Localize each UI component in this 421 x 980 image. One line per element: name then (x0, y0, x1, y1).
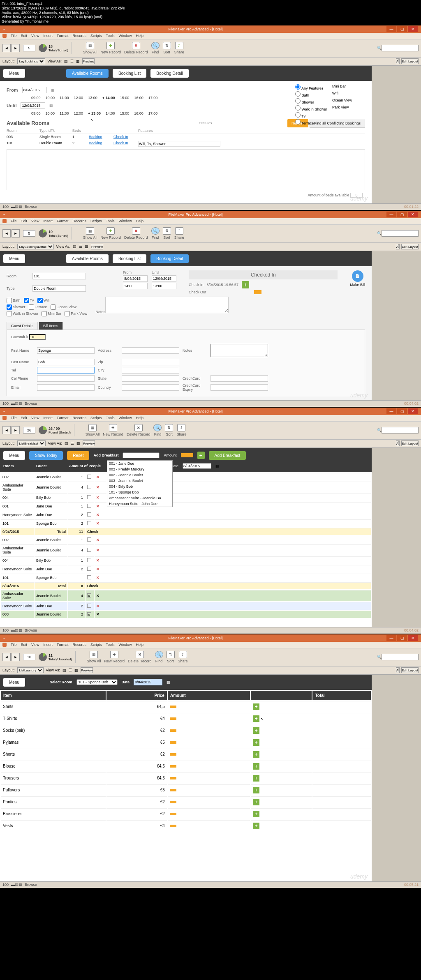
reset-button[interactable]: Reset (67, 451, 89, 460)
prev-record-button[interactable]: ◄ (2, 44, 11, 52)
booking-detail-tab[interactable]: Booking Detail (150, 69, 188, 78)
checkin-link[interactable]: Check In (113, 135, 138, 139)
watermark: udemy (350, 195, 368, 202)
guest-details-tab[interactable]: Guest Details (7, 322, 38, 330)
breakfast-input[interactable] (123, 452, 160, 458)
make-bill-button[interactable]: 📄Make Bill (350, 270, 365, 294)
minus-button[interactable] (170, 706, 176, 708)
booking-detail-tab-active[interactable]: Booking Detail (150, 254, 188, 263)
maximize-button[interactable]: ▢ (397, 26, 407, 32)
add-breakfast-button[interactable]: Add Breakfast (209, 451, 246, 460)
view-table-button[interactable]: ▦ (76, 59, 80, 63)
sort-button[interactable]: ⇅Sort (163, 42, 171, 54)
new-record-button[interactable]: ✚New Record (101, 42, 121, 54)
available-rooms-heading: Available Rooms (7, 120, 49, 126)
menu-records[interactable]: Records (72, 34, 86, 38)
next-record-button[interactable]: ► (12, 44, 20, 52)
until-date-input[interactable] (21, 102, 45, 109)
edit-layout-button[interactable]: Edit Layout (401, 58, 419, 64)
booking-link[interactable]: Booking (89, 135, 113, 139)
menubar: File Edit View Insert Format Records Scr… (0, 33, 421, 39)
room-row: 003Single Room1BookingCheck In (7, 134, 365, 140)
amount-input[interactable] (181, 453, 193, 457)
features-filter: Any FeaturesMini Bar BathWifi ShowerOcea… (295, 84, 365, 125)
find-button[interactable]: 🔍Find (151, 42, 160, 54)
aa-button[interactable]: Aأ (396, 58, 400, 64)
window-laundry-list: ▪FileMaker Pro Advanced - [Hotel]—▢✕ Fil… (0, 634, 421, 888)
empty-area (7, 149, 365, 190)
until-label: Until (7, 103, 16, 108)
menu-view[interactable]: View (31, 34, 39, 38)
date-input[interactable] (134, 679, 162, 685)
from-date-input[interactable] (22, 87, 47, 93)
search-icon: 🔍 (377, 46, 382, 50)
room-row: 101Double Room2BookingCheck InWifi, Tv, … (7, 140, 365, 148)
menu-scripts[interactable]: Scripts (90, 34, 102, 38)
menu-insert[interactable]: Insert (43, 34, 53, 38)
window-breakfast-list: ▪FileMaker Pro Advanced - [Hotel]—▢✕ Fil… (0, 408, 421, 634)
show-today-button[interactable]: Show Today (29, 451, 63, 460)
sidebar-right (372, 66, 421, 203)
available-rooms-tab[interactable]: Available Rooms (66, 69, 109, 78)
toolbar: ◄ ► 18Total (Sorted) ▦Show All ✚New Reco… (0, 39, 421, 58)
nav-bar: Menu Available Rooms Booking List Bookin… (0, 66, 372, 81)
delete-record-button[interactable]: ✖Delete Record (124, 42, 148, 54)
booking-list-tab[interactable]: Booking List (113, 69, 146, 78)
bill-items-tab[interactable]: Bill Items (39, 322, 63, 330)
guest-id-input[interactable] (29, 334, 46, 340)
record-number-input[interactable] (23, 45, 35, 51)
menu-file[interactable]: File (11, 34, 17, 38)
table-row: 002Jeannie Boulet1✕ (1, 473, 371, 481)
checkin-link[interactable]: Check In (113, 141, 138, 147)
laundry-table: ItemPriceAmountTotal Shirts€4,5+ T-Shirt… (0, 690, 372, 832)
close-button[interactable]: ✕ (408, 26, 418, 32)
share-button[interactable]: ⤴Share (174, 42, 184, 54)
menu-button[interactable]: Menu (3, 69, 25, 78)
calendar-icon[interactable]: ▦ (49, 104, 53, 108)
room-select[interactable]: 101 - Sponge Bob (76, 679, 118, 685)
notes-textarea[interactable] (105, 297, 229, 313)
window-available-rooms: ▪ FileMaker Pro Advanced - [Hotel] — ▢ ✕… (0, 25, 421, 210)
view-list-button[interactable]: ☰ (70, 59, 74, 63)
menu-edit[interactable]: Edit (21, 34, 28, 38)
type-input[interactable] (32, 285, 86, 292)
breakfast-table: 002Jeannie Boulet1✕ Ambassador SuiteJean… (0, 472, 372, 619)
search-input[interactable] (382, 45, 419, 51)
from-time-slots: 09:0010:0011:0012:0013:00● 14:0015:0016:… (31, 96, 157, 100)
menu-format[interactable]: Format (57, 34, 69, 38)
preview-button[interactable]: Preview (82, 58, 95, 64)
menu-help[interactable]: Help (136, 34, 143, 38)
until-time-slots: 09:0010:0011:0012:00● 13:0014:0015:0016:… (31, 111, 157, 115)
menu-tools[interactable]: Tools (106, 34, 114, 38)
view-form-button[interactable]: ▤ (64, 59, 68, 63)
calendar-icon[interactable]: ▦ (51, 88, 55, 92)
video-metadata: File: 001 Intro_Files.mp4 Size: 13726218… (0, 0, 421, 25)
cursor-icon: ↖ (261, 717, 264, 721)
menu-window[interactable]: Window (118, 34, 132, 38)
add-icon[interactable]: + (242, 281, 249, 288)
checked-in-badge: Checked In (189, 270, 338, 279)
show-all-button[interactable]: ▦Show All (83, 42, 97, 54)
layout-select[interactable]: LayBookings (17, 58, 45, 64)
date-input[interactable] (183, 463, 211, 469)
titlebar: ▪ FileMaker Pro Advanced - [Hotel] — ▢ ✕ (0, 25, 421, 33)
remove-icon[interactable] (254, 290, 261, 294)
statusbar: 100▬▤▦Browse 00.01.22 (0, 203, 421, 210)
layout-bar: Layout: LayBookings View As: ▤ ☰ ▦ Previ… (0, 58, 421, 66)
filemaker-icon (2, 34, 7, 38)
laundry-row: Shirts€4,5+ (1, 701, 371, 712)
window-booking-detail: ▪FileMaker Pro Advanced - [Hotel]—▢✕ Fil… (0, 211, 421, 407)
minimize-button[interactable]: — (386, 26, 396, 32)
plus-button[interactable]: + (253, 703, 259, 710)
booking-link[interactable]: Booking (89, 141, 113, 147)
tel-input-focused[interactable] (37, 367, 95, 374)
room-dropdown: 001 - Jane Doe 002 - Freddy Mercury 002 … (107, 460, 173, 507)
room-input[interactable] (32, 273, 86, 279)
cursor-icon: ↖ (90, 118, 94, 122)
content-area: From ▦ 09:0010:0011:0012:0013:00● 14:001… (0, 81, 372, 203)
plus-icon[interactable]: + (197, 452, 205, 459)
from-label: From (7, 88, 18, 92)
pie-icon (39, 44, 47, 52)
